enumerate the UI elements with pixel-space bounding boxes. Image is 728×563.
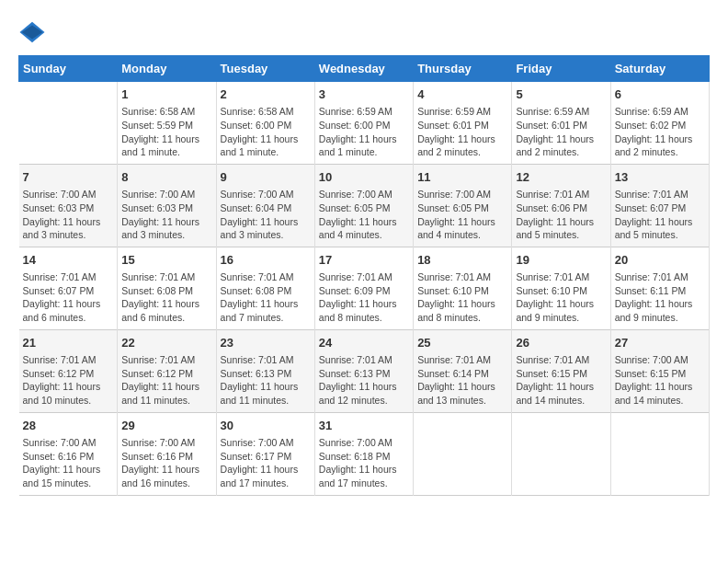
day-number: 15 xyxy=(121,252,211,269)
day-info: Sunrise: 7:01 AMSunset: 6:07 PMDaylight:… xyxy=(23,270,114,325)
day-number: 31 xyxy=(319,418,409,434)
day-info: Sunrise: 7:00 AMSunset: 6:05 PMDaylight:… xyxy=(319,188,409,242)
day-info: Sunrise: 7:00 AMSunset: 6:16 PMDaylight:… xyxy=(23,436,114,490)
calendar-cell xyxy=(19,82,118,165)
calendar-cell: 26Sunrise: 7:01 AMSunset: 6:15 PMDayligh… xyxy=(512,329,610,412)
calendar-cell xyxy=(610,412,709,495)
calendar-cell: 16Sunrise: 7:01 AMSunset: 6:08 PMDayligh… xyxy=(216,247,314,329)
week-row-5: 28Sunrise: 7:00 AMSunset: 6:16 PMDayligh… xyxy=(19,412,710,495)
day-number: 4 xyxy=(417,86,507,103)
calendar-cell: 24Sunrise: 7:01 AMSunset: 6:13 PMDayligh… xyxy=(314,329,413,412)
day-number: 8 xyxy=(121,169,211,186)
day-number: 18 xyxy=(417,252,507,269)
calendar-cell: 6Sunrise: 6:59 AMSunset: 6:02 PMDaylight… xyxy=(610,82,709,165)
day-number: 1 xyxy=(121,86,211,103)
day-number: 14 xyxy=(23,252,114,269)
calendar-cell: 31Sunrise: 7:00 AMSunset: 6:18 PMDayligh… xyxy=(314,412,413,495)
day-number: 16 xyxy=(221,252,311,269)
day-number: 12 xyxy=(516,169,606,186)
calendar-cell: 1Sunrise: 6:58 AMSunset: 5:59 PMDaylight… xyxy=(118,82,216,165)
calendar-cell: 28Sunrise: 7:00 AMSunset: 6:16 PMDayligh… xyxy=(19,412,118,495)
svg-marker-1 xyxy=(22,26,43,40)
calendar-cell xyxy=(414,412,512,495)
calendar-cell: 27Sunrise: 7:00 AMSunset: 6:15 PMDayligh… xyxy=(610,329,709,412)
day-info: Sunrise: 7:00 AMSunset: 6:03 PMDaylight:… xyxy=(121,188,211,242)
day-number: 24 xyxy=(319,335,409,351)
day-info: Sunrise: 7:01 AMSunset: 6:10 PMDaylight:… xyxy=(516,270,606,325)
day-info: Sunrise: 7:01 AMSunset: 6:10 PMDaylight:… xyxy=(417,270,507,325)
logo xyxy=(18,18,50,46)
calendar-cell: 30Sunrise: 7:00 AMSunset: 6:17 PMDayligh… xyxy=(216,412,314,495)
day-info: Sunrise: 7:01 AMSunset: 6:08 PMDaylight:… xyxy=(221,270,311,325)
day-number: 13 xyxy=(615,169,705,186)
calendar-cell: 14Sunrise: 7:01 AMSunset: 6:07 PMDayligh… xyxy=(19,247,118,329)
day-info: Sunrise: 7:01 AMSunset: 6:13 PMDaylight:… xyxy=(319,353,409,408)
day-info: Sunrise: 7:01 AMSunset: 6:06 PMDaylight:… xyxy=(516,188,606,242)
week-row-3: 14Sunrise: 7:01 AMSunset: 6:07 PMDayligh… xyxy=(19,247,710,329)
column-header-wednesday: Wednesday xyxy=(314,56,413,82)
calendar-table: SundayMondayTuesdayWednesdayThursdayFrid… xyxy=(18,55,710,496)
calendar-cell: 11Sunrise: 7:00 AMSunset: 6:05 PMDayligh… xyxy=(414,164,512,247)
day-number: 19 xyxy=(516,252,606,269)
calendar-cell: 2Sunrise: 6:58 AMSunset: 6:00 PMDaylight… xyxy=(216,82,314,165)
day-info: Sunrise: 7:00 AMSunset: 6:05 PMDaylight:… xyxy=(417,188,507,242)
day-info: Sunrise: 7:00 AMSunset: 6:03 PMDaylight:… xyxy=(23,188,114,242)
day-number: 17 xyxy=(319,252,409,269)
page-header xyxy=(18,18,710,46)
header-row: SundayMondayTuesdayWednesdayThursdayFrid… xyxy=(19,56,710,82)
day-number: 9 xyxy=(221,169,311,186)
calendar-cell: 25Sunrise: 7:01 AMSunset: 6:14 PMDayligh… xyxy=(414,329,512,412)
day-info: Sunrise: 7:01 AMSunset: 6:12 PMDaylight:… xyxy=(121,353,211,408)
calendar-cell: 7Sunrise: 7:00 AMSunset: 6:03 PMDaylight… xyxy=(19,164,118,247)
day-number: 30 xyxy=(221,418,311,434)
day-info: Sunrise: 6:58 AMSunset: 6:00 PMDaylight:… xyxy=(221,105,311,159)
day-info: Sunrise: 6:59 AMSunset: 6:02 PMDaylight:… xyxy=(615,105,705,159)
day-info: Sunrise: 7:01 AMSunset: 6:11 PMDaylight:… xyxy=(615,270,705,325)
day-number: 25 xyxy=(417,335,507,351)
day-number: 5 xyxy=(516,86,606,103)
day-info: Sunrise: 6:58 AMSunset: 5:59 PMDaylight:… xyxy=(121,105,211,159)
calendar-cell: 18Sunrise: 7:01 AMSunset: 6:10 PMDayligh… xyxy=(414,247,512,329)
day-number: 20 xyxy=(615,252,705,269)
calendar-cell: 23Sunrise: 7:01 AMSunset: 6:13 PMDayligh… xyxy=(216,329,314,412)
week-row-4: 21Sunrise: 7:01 AMSunset: 6:12 PMDayligh… xyxy=(19,329,710,412)
day-number: 29 xyxy=(121,418,211,434)
column-header-tuesday: Tuesday xyxy=(216,56,314,82)
calendar-cell: 22Sunrise: 7:01 AMSunset: 6:12 PMDayligh… xyxy=(118,329,216,412)
calendar-cell: 4Sunrise: 6:59 AMSunset: 6:01 PMDaylight… xyxy=(414,82,512,165)
day-number: 6 xyxy=(615,86,705,103)
day-number: 27 xyxy=(615,335,705,351)
calendar-cell: 20Sunrise: 7:01 AMSunset: 6:11 PMDayligh… xyxy=(610,247,709,329)
day-info: Sunrise: 7:00 AMSunset: 6:16 PMDaylight:… xyxy=(121,436,211,490)
calendar-cell xyxy=(512,412,610,495)
day-info: Sunrise: 7:00 AMSunset: 6:18 PMDaylight:… xyxy=(319,436,409,490)
day-info: Sunrise: 6:59 AMSunset: 6:01 PMDaylight:… xyxy=(417,105,507,159)
column-header-saturday: Saturday xyxy=(610,56,709,82)
column-header-sunday: Sunday xyxy=(19,56,118,82)
day-info: Sunrise: 7:01 AMSunset: 6:14 PMDaylight:… xyxy=(417,353,507,408)
day-number: 2 xyxy=(221,86,311,103)
calendar-cell: 5Sunrise: 6:59 AMSunset: 6:01 PMDaylight… xyxy=(512,82,610,165)
day-info: Sunrise: 6:59 AMSunset: 6:00 PMDaylight:… xyxy=(319,105,409,159)
day-info: Sunrise: 7:01 AMSunset: 6:12 PMDaylight:… xyxy=(23,353,114,408)
day-number: 7 xyxy=(23,169,114,186)
calendar-cell: 19Sunrise: 7:01 AMSunset: 6:10 PMDayligh… xyxy=(512,247,610,329)
day-info: Sunrise: 6:59 AMSunset: 6:01 PMDaylight:… xyxy=(516,105,606,159)
week-row-2: 7Sunrise: 7:00 AMSunset: 6:03 PMDaylight… xyxy=(19,164,710,247)
logo-icon xyxy=(18,18,46,46)
day-info: Sunrise: 7:01 AMSunset: 6:13 PMDaylight:… xyxy=(221,353,311,408)
column-header-friday: Friday xyxy=(512,56,610,82)
calendar-cell: 8Sunrise: 7:00 AMSunset: 6:03 PMDaylight… xyxy=(118,164,216,247)
day-info: Sunrise: 7:01 AMSunset: 6:09 PMDaylight:… xyxy=(319,270,409,325)
calendar-cell: 29Sunrise: 7:00 AMSunset: 6:16 PMDayligh… xyxy=(118,412,216,495)
calendar-cell: 13Sunrise: 7:01 AMSunset: 6:07 PMDayligh… xyxy=(610,164,709,247)
day-info: Sunrise: 7:00 AMSunset: 6:17 PMDaylight:… xyxy=(221,436,311,490)
day-number: 26 xyxy=(516,335,606,351)
column-header-monday: Monday xyxy=(118,56,216,82)
calendar-cell: 17Sunrise: 7:01 AMSunset: 6:09 PMDayligh… xyxy=(314,247,413,329)
calendar-cell: 10Sunrise: 7:00 AMSunset: 6:05 PMDayligh… xyxy=(314,164,413,247)
calendar-cell: 21Sunrise: 7:01 AMSunset: 6:12 PMDayligh… xyxy=(19,329,118,412)
day-number: 10 xyxy=(319,169,409,186)
day-number: 3 xyxy=(319,86,409,103)
week-row-1: 1Sunrise: 6:58 AMSunset: 5:59 PMDaylight… xyxy=(19,82,710,165)
